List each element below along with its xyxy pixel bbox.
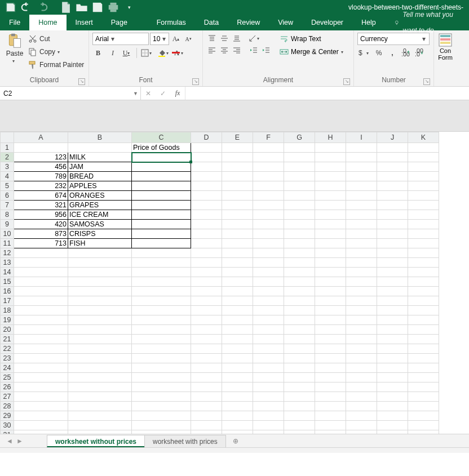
column-header[interactable]: G [284,132,315,143]
cell[interactable]: 232 [14,181,68,191]
cell[interactable] [377,402,408,411]
cell[interactable] [132,201,191,210]
cell[interactable]: Price of Goods [132,143,191,153]
borders-button[interactable]: ▾ [140,47,154,59]
tab-home[interactable]: Home [29,15,66,30]
cell[interactable] [315,191,346,201]
cell[interactable] [346,153,377,162]
open-folder-icon[interactable] [76,2,88,13]
cell[interactable] [191,229,222,239]
font-name-combo[interactable]: Arial▾ [92,33,149,45]
cell[interactable] [315,201,346,210]
cell[interactable] [377,411,408,421]
row-header[interactable]: 24 [1,363,14,373]
cell[interactable] [284,153,315,162]
cell[interactable] [408,411,439,421]
cell[interactable] [253,325,284,335]
cell[interactable]: CRISPS [68,229,132,239]
cell[interactable] [191,191,222,201]
cell[interactable] [68,296,132,306]
cell[interactable]: 873 [14,229,68,239]
cell[interactable] [132,335,191,344]
row-header[interactable]: 19 [1,315,14,325]
tab-formulas[interactable]: Formulas [148,15,195,30]
cell[interactable] [68,363,132,373]
cell[interactable] [284,258,315,268]
cell[interactable] [377,421,408,430]
cell[interactable] [68,373,132,382]
align-center-button[interactable] [219,45,230,56]
cell[interactable] [315,402,346,411]
cell[interactable] [346,191,377,201]
cell[interactable] [132,296,191,306]
cell[interactable] [408,296,439,306]
cell[interactable]: ICE CREAM [68,210,132,220]
cell[interactable]: BREAD [68,172,132,181]
cell[interactable] [68,421,132,430]
fx-icon[interactable]: fx [170,89,185,97]
cut-button[interactable]: Cut [28,33,84,45]
column-header[interactable]: B [68,132,132,143]
cell[interactable] [377,363,408,373]
cell[interactable] [284,277,315,287]
cell[interactable] [408,373,439,382]
cell[interactable] [68,258,132,268]
cell[interactable] [222,201,253,210]
row-header[interactable]: 22 [1,344,14,354]
cell[interactable] [284,172,315,181]
cell[interactable] [253,421,284,430]
cell[interactable] [315,172,346,181]
dialog-launcher-icon[interactable]: ↘ [78,78,85,85]
cell[interactable] [222,239,253,248]
cell[interactable] [68,268,132,277]
cell[interactable] [346,258,377,268]
wrap-text-button[interactable]: Wrap Text [277,33,348,45]
cell[interactable] [284,306,315,315]
cell[interactable] [346,229,377,239]
cell[interactable] [222,210,253,220]
cell[interactable] [284,220,315,229]
cell[interactable] [132,162,191,172]
cell[interactable]: 674 [14,191,68,201]
cell[interactable] [346,239,377,248]
cell[interactable] [132,363,191,373]
orientation-button[interactable]: ▾ [248,33,262,44]
cell[interactable] [68,277,132,287]
cell[interactable] [14,287,68,296]
cell[interactable] [132,248,191,258]
cell[interactable] [191,335,222,344]
cell[interactable] [315,181,346,191]
cell[interactable] [14,344,68,354]
cell[interactable] [377,268,408,277]
font-size-combo[interactable]: 10▾ [150,33,169,45]
row-header[interactable]: 13 [1,258,14,268]
cell[interactable] [408,191,439,201]
save-icon[interactable] [5,2,17,13]
cell[interactable] [315,229,346,239]
row-header[interactable]: 3 [1,162,14,172]
cell[interactable] [284,315,315,325]
cell[interactable] [132,354,191,363]
row-header[interactable]: 8 [1,210,14,220]
tab-developer[interactable]: Developer [302,15,352,30]
cell[interactable] [315,421,346,430]
cell[interactable] [253,411,284,421]
cell[interactable] [284,210,315,220]
align-right-button[interactable] [231,45,242,56]
cell[interactable] [253,306,284,315]
cell[interactable] [222,402,253,411]
cell[interactable] [253,382,284,392]
cell[interactable] [346,162,377,172]
cell[interactable]: 956 [14,210,68,220]
sheet-tab-active[interactable]: worksheet without prices [47,435,145,447]
cell[interactable] [222,172,253,181]
cell[interactable] [253,201,284,210]
cell[interactable] [191,268,222,277]
increase-decimal-button[interactable]: .0.00 [400,47,412,59]
quick-print-icon[interactable] [107,2,120,13]
cell[interactable] [222,344,253,354]
dialog-launcher-icon[interactable]: ↘ [192,78,199,85]
cell[interactable] [191,411,222,421]
cell[interactable] [284,325,315,335]
decrease-decimal-button[interactable]: .00.0 [414,47,425,59]
